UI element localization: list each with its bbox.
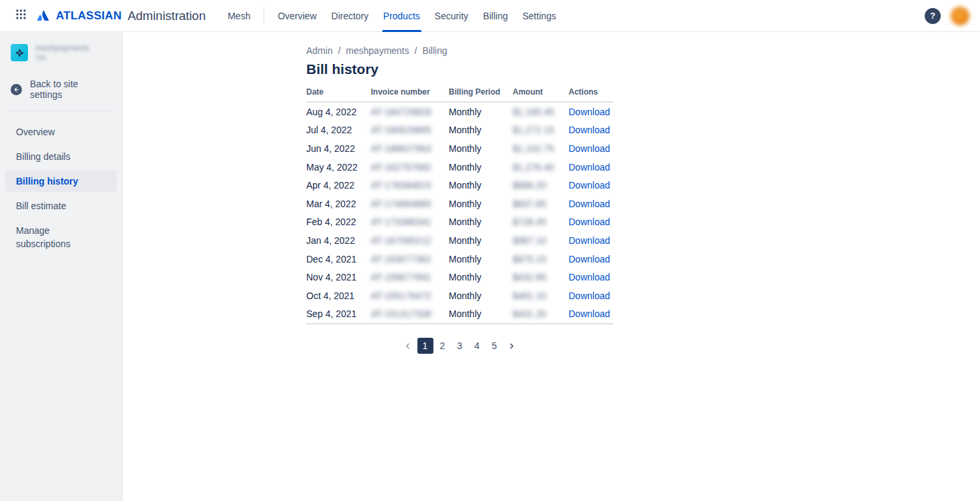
sidebar-divider — [7, 111, 115, 111]
download-link[interactable]: Download — [569, 162, 610, 173]
question-mark-icon: ? — [930, 11, 935, 21]
cell-date: Feb 4, 2022 — [306, 217, 371, 227]
table-row: Nov 4, 2021AT-159677691Monthly$432.85Dow… — [306, 268, 613, 286]
download-link[interactable]: Download — [569, 180, 610, 191]
cell-date: Sep 4, 2021 — [306, 308, 371, 319]
site-card[interactable]: meshpayments Site — [5, 44, 117, 61]
table-row: Oct 4, 2021AT-155176472Monthly$481.10Dow… — [306, 286, 613, 305]
cell-actions: Download — [569, 272, 613, 282]
topbar-right: ? — [925, 7, 969, 25]
breadcrumb-item-admin[interactable]: Admin — [306, 44, 333, 57]
page-title: Bill history — [306, 61, 613, 78]
sidebar-item-billing-history[interactable]: Billing history — [5, 171, 117, 192]
download-link[interactable]: Download — [569, 235, 610, 246]
column-header-date: Date — [306, 87, 371, 97]
download-link[interactable]: Download — [569, 254, 610, 264]
cell-amount: $431.20 — [513, 308, 569, 319]
table-row: Feb 4, 2022AT-173386341Monthly$728.45Dow… — [306, 213, 613, 232]
cell-amount: $1,276.40 — [513, 162, 569, 173]
cell-amount: $481.10 — [513, 290, 569, 301]
cell-billing-period: Monthly — [449, 290, 513, 301]
cell-invoice-number: AT-167095212 — [371, 235, 449, 246]
redacted-invoice-text: AT-159677691 — [371, 272, 431, 282]
pagination-page-4[interactable]: 4 — [469, 338, 485, 354]
column-header-invoice-number: Invoice number — [371, 87, 449, 97]
sidebar-item-billing-details[interactable]: Billing details — [5, 146, 117, 167]
topnav-item-overview[interactable]: Overview — [270, 0, 324, 32]
cell-invoice-number: AT-178384815 — [371, 180, 449, 191]
redacted-invoice-text: AT-178384815 — [371, 180, 431, 191]
chevron-right-icon — [507, 342, 516, 350]
redacted-amount-text: $1,102.75 — [513, 143, 554, 154]
cell-actions: Download — [569, 199, 613, 209]
cell-billing-period: Monthly — [449, 125, 513, 135]
breadcrumb-item-meshpayments[interactable]: meshpayments — [346, 44, 409, 57]
pagination-page-5[interactable]: 5 — [487, 338, 503, 354]
redacted-amount-text: $431.20 — [513, 308, 547, 319]
back-label: Back to site settings — [30, 79, 111, 100]
download-link[interactable]: Download — [569, 199, 610, 209]
redacted-invoice-text: AT-155176472 — [371, 290, 431, 301]
pagination: 12345 — [306, 338, 613, 354]
back-arrow-icon — [11, 84, 22, 95]
redacted-amount-text: $1,272.15 — [513, 125, 554, 135]
download-link[interactable]: Download — [569, 290, 610, 301]
sidebar-item-manage-subscriptions[interactable]: Manage subscriptions — [5, 220, 117, 254]
download-link[interactable]: Download — [569, 143, 610, 154]
content-column: Admin/meshpayments/Billing Bill history … — [306, 44, 613, 354]
cell-actions: Download — [569, 308, 613, 319]
sidebar-item-bill-estimate[interactable]: Bill estimate — [5, 195, 117, 217]
cell-date: Jan 4, 2022 — [306, 235, 371, 246]
download-link[interactable]: Download — [569, 308, 610, 319]
breadcrumb-item-billing[interactable]: Billing — [422, 44, 447, 57]
topnav-item-settings[interactable]: Settings — [515, 0, 564, 32]
pagination-page-2[interactable]: 2 — [435, 338, 451, 354]
redacted-invoice-text: AT-188627963 — [371, 143, 431, 154]
user-avatar[interactable] — [951, 7, 969, 25]
cell-date: Jul 4, 2022 — [306, 125, 371, 135]
topnav-item-security[interactable]: Security — [427, 0, 476, 32]
download-link[interactable]: Download — [569, 125, 610, 135]
topnav-item-mesh[interactable]: Mesh — [220, 0, 258, 32]
atlassian-admin-logo[interactable]: ATLASSIAN Administration — [36, 8, 206, 23]
download-link[interactable]: Download — [569, 107, 610, 117]
atlassian-logo-icon — [36, 8, 51, 23]
chevron-left-icon — [403, 342, 412, 350]
cell-actions: Download — [569, 290, 613, 301]
cell-date: Jun 4, 2022 — [306, 143, 371, 154]
redacted-invoice-text: AT-163077362 — [371, 254, 431, 264]
back-to-site-settings-link[interactable]: Back to site settings — [5, 79, 117, 100]
cell-billing-period: Monthly — [449, 272, 513, 282]
topnav-item-directory[interactable]: Directory — [324, 0, 376, 32]
pagination-pages: 12345 — [417, 338, 503, 354]
pagination-next-button[interactable] — [504, 338, 520, 354]
top-bar: ATLASSIAN Administration MeshOverviewDir… — [0, 0, 980, 32]
table-row: Jun 4, 2022AT-188627963Monthly$1,102.75D… — [306, 139, 613, 158]
app-switcher-button[interactable] — [11, 6, 31, 26]
cell-invoice-number: AT-180629865 — [371, 125, 449, 135]
download-link[interactable]: Download — [569, 272, 610, 282]
sidebar-item-overview[interactable]: Overview — [5, 121, 117, 143]
table-body: Aug 4, 2022AT-184729828Monthly$1,185.45D… — [306, 103, 613, 324]
topnav-item-billing[interactable]: Billing — [475, 0, 515, 32]
cell-actions: Download — [569, 162, 613, 173]
redacted-amount-text: $886.20 — [513, 180, 547, 191]
redacted-amount-text: $1,185.45 — [513, 107, 554, 117]
cell-billing-period: Monthly — [449, 107, 513, 117]
redacted-amount-text: $728.45 — [513, 217, 547, 227]
pagination-page-1[interactable]: 1 — [417, 338, 433, 354]
cell-billing-period: Monthly — [449, 143, 513, 154]
redacted-amount-text: $875.15 — [513, 254, 547, 264]
pagination-page-3[interactable]: 3 — [452, 338, 468, 354]
download-link[interactable]: Download — [569, 217, 610, 227]
topnav-item-products[interactable]: Products — [376, 0, 427, 32]
cell-billing-period: Monthly — [449, 199, 513, 209]
pagination-prev-button[interactable] — [400, 338, 416, 354]
cell-actions: Download — [569, 107, 613, 117]
redacted-amount-text: $987.10 — [513, 235, 547, 246]
site-type: Site — [35, 54, 89, 61]
bill-history-table: DateInvoice numberBilling PeriodAmountAc… — [306, 87, 613, 324]
cell-billing-period: Monthly — [449, 180, 513, 191]
cell-invoice-number: AT-151317338 — [371, 308, 449, 319]
help-button[interactable]: ? — [925, 8, 941, 24]
